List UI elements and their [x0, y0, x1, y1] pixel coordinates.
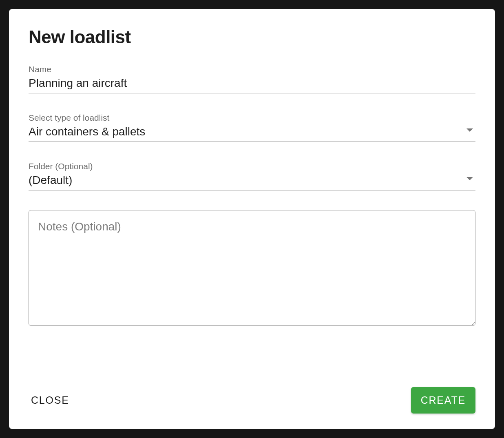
- close-button[interactable]: CLOSE: [29, 389, 72, 411]
- folder-field: Folder (Optional) (Default): [29, 161, 475, 190]
- name-label: Name: [29, 64, 475, 74]
- chevron-down-icon: [466, 128, 473, 132]
- new-loadlist-dialog: New loadlist Name Select type of loadlis…: [9, 9, 495, 429]
- create-button[interactable]: CREATE: [411, 387, 475, 414]
- name-input-wrap: [29, 77, 475, 93]
- type-label: Select type of loadlist: [29, 113, 475, 123]
- folder-select-value: (Default): [29, 174, 72, 186]
- name-field: Name: [29, 64, 475, 93]
- chevron-down-icon: [466, 177, 473, 180]
- notes-field: [29, 210, 475, 327]
- folder-select[interactable]: (Default): [29, 174, 475, 190]
- type-select-value: Air containers & pallets: [29, 125, 145, 138]
- notes-textarea[interactable]: [29, 210, 475, 326]
- folder-label: Folder (Optional): [29, 161, 475, 171]
- dialog-actions: CLOSE CREATE: [29, 379, 475, 414]
- type-field: Select type of loadlist Air containers &…: [29, 113, 475, 142]
- dialog-title: New loadlist: [29, 27, 475, 47]
- type-select[interactable]: Air containers & pallets: [29, 125, 475, 142]
- name-input[interactable]: [29, 77, 475, 90]
